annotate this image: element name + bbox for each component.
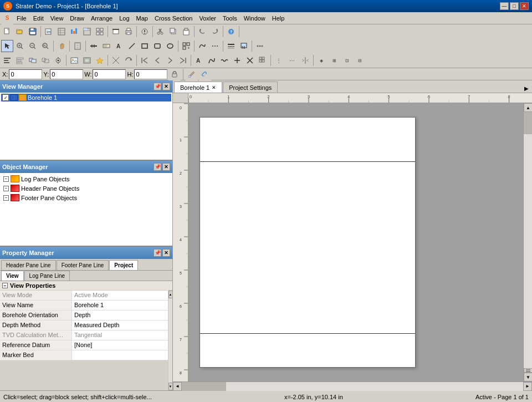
obj-expand-header[interactable]: − xyxy=(3,186,9,191)
tab-project[interactable]: Project xyxy=(109,260,138,270)
eyedropper-btn[interactable] xyxy=(186,68,198,80)
y-input[interactable] xyxy=(50,69,83,79)
group-btn[interactable] xyxy=(27,54,39,67)
ellipse-btn[interactable] xyxy=(164,40,176,52)
menu-file[interactable]: File xyxy=(13,12,30,24)
menu-log[interactable]: Log xyxy=(116,12,132,24)
embed-btn[interactable] xyxy=(81,54,93,67)
property-manager-close[interactable]: ✕ xyxy=(162,249,170,257)
curve-btn[interactable] xyxy=(206,54,218,67)
import-btn[interactable]: Im xyxy=(43,26,55,38)
save-btn[interactable] xyxy=(27,26,39,38)
tab-footer-pane-line[interactable]: Footer Pane Line xyxy=(57,260,109,270)
open-btn[interactable] xyxy=(14,26,26,38)
flip-btn[interactable] xyxy=(299,54,311,67)
page-prev-btn[interactable] xyxy=(151,54,163,67)
table2-btn[interactable] xyxy=(81,26,93,38)
view-checkbox[interactable]: ✓ xyxy=(2,94,9,101)
h-input[interactable] xyxy=(134,69,167,79)
menu-window[interactable]: Window xyxy=(241,12,269,24)
scroll-h-left[interactable]: ◄ xyxy=(173,382,182,391)
line-btn[interactable] xyxy=(126,40,138,52)
wave-btn[interactable] xyxy=(218,54,231,67)
fill-btn[interactable]: fill xyxy=(238,40,250,52)
link-btn[interactable] xyxy=(199,68,211,80)
tab-log-pane-line[interactable]: Log Pane Line xyxy=(24,271,70,281)
tab-project-settings[interactable]: Project Settings xyxy=(223,82,278,93)
plus-btn[interactable] xyxy=(231,54,243,67)
ungroup-btn[interactable] xyxy=(39,54,52,67)
lock-aspect-btn[interactable] xyxy=(168,68,181,80)
w-input[interactable] xyxy=(93,69,126,79)
view-manager-pin[interactable]: 📌 xyxy=(154,83,161,90)
chart-btn[interactable] xyxy=(68,26,80,38)
tb-extra-1[interactable]: ◈ xyxy=(315,54,328,67)
ruler2-btn[interactable] xyxy=(100,40,112,52)
minimize-button[interactable]: — xyxy=(500,2,509,10)
align-left-btn[interactable] xyxy=(1,54,13,67)
scroll-v-down[interactable]: ▼ xyxy=(524,373,532,381)
view-item-borehole1[interactable]: ✓ Borehole 1 xyxy=(1,94,171,101)
dash-line-btn[interactable] xyxy=(209,40,221,52)
scrollbar-vertical[interactable]: ▲ ▼ xyxy=(523,103,532,381)
hand-btn[interactable] xyxy=(55,40,68,52)
line-style-btn[interactable] xyxy=(225,40,237,52)
menu-arrange[interactable]: Arrange xyxy=(88,12,116,24)
tab-scroll-arrow[interactable]: ▶ xyxy=(522,84,531,93)
scroll-v-thumb[interactable] xyxy=(524,112,532,134)
workspace-btn[interactable] xyxy=(94,26,106,38)
more-draw-btn[interactable]: + xyxy=(180,40,192,52)
properties-btn[interactable] xyxy=(139,26,151,38)
new-btn[interactable] xyxy=(1,26,13,38)
menu-cross-section[interactable]: Cross Section xyxy=(151,12,196,24)
scroll-v-up[interactable]: ▲ xyxy=(524,103,532,112)
close-button[interactable]: ✕ xyxy=(520,2,529,10)
menu-view[interactable]: View xyxy=(47,12,67,24)
menu-tools[interactable]: Tools xyxy=(219,12,241,24)
menu-draw[interactable]: Draw xyxy=(66,12,88,24)
snap-btn[interactable] xyxy=(52,54,64,67)
grid-btn[interactable] xyxy=(257,54,269,67)
menu-map[interactable]: Map xyxy=(133,12,151,24)
tab-view[interactable]: View xyxy=(1,271,24,281)
property-manager-pin[interactable]: 📌 xyxy=(154,249,161,257)
cross-sym-btn[interactable] xyxy=(244,54,256,67)
x-input[interactable] xyxy=(9,69,42,79)
obj-header-pane[interactable]: − Header Pane Objects xyxy=(1,184,171,193)
obj-expand-log[interactable]: − xyxy=(3,176,9,182)
zoom-out-btn[interactable] xyxy=(27,40,39,52)
prop-row-marker-bed[interactable]: Marker Bed xyxy=(0,350,168,360)
page-last-btn[interactable] xyxy=(177,54,189,67)
obj-footer-pane[interactable]: − Footer Pane Objects xyxy=(1,193,171,202)
app-menu-icon[interactable]: S xyxy=(1,12,13,24)
scroll-h-right[interactable]: ► xyxy=(523,382,532,391)
align-btn2[interactable] xyxy=(14,54,26,67)
cross-arrow-btn[interactable] xyxy=(110,54,122,67)
copy-btn[interactable] xyxy=(167,26,180,38)
tab-borehole1[interactable]: Borehole 1 ✕ xyxy=(174,82,222,93)
img-btn[interactable] xyxy=(68,54,80,67)
prop-row-depth-method[interactable]: Depth Method Measured Depth xyxy=(0,320,168,330)
table-btn[interactable] xyxy=(55,26,68,38)
select-btn[interactable] xyxy=(1,40,13,52)
page-next-btn[interactable] xyxy=(164,54,176,67)
prop-row-view-name[interactable]: View Name Borehole 1 xyxy=(0,301,168,311)
prop-row-ref-datum[interactable]: Reference Datum [None] xyxy=(0,340,168,350)
tab-header-pane-line[interactable]: Header Pane Line xyxy=(1,260,56,270)
tb-extra-2[interactable]: ⊞ xyxy=(328,54,340,67)
view-manager-close[interactable]: ✕ xyxy=(162,83,170,90)
more-tools-btn[interactable] xyxy=(254,40,266,52)
prop-row-borehole-orientation[interactable]: Borehole Orientation Depth xyxy=(0,311,168,320)
zoom-pct-btn[interactable]: % xyxy=(39,40,52,52)
more-h-btn[interactable]: ⋮ xyxy=(273,54,285,67)
page-first-btn[interactable] xyxy=(139,54,151,67)
borehole-btn[interactable] xyxy=(71,40,84,52)
prop-scrollbar[interactable]: ▲ ▼ xyxy=(168,291,172,390)
rect-btn[interactable] xyxy=(139,40,151,52)
object-manager-close[interactable]: ✕ xyxy=(162,163,170,171)
help-btn[interactable]: ? xyxy=(225,26,237,38)
undo-btn[interactable] xyxy=(196,26,208,38)
zoom-in-btn[interactable] xyxy=(14,40,26,52)
obj-log-pane[interactable]: − Log Pane Objects xyxy=(1,174,171,184)
sym-btn[interactable] xyxy=(94,54,106,67)
